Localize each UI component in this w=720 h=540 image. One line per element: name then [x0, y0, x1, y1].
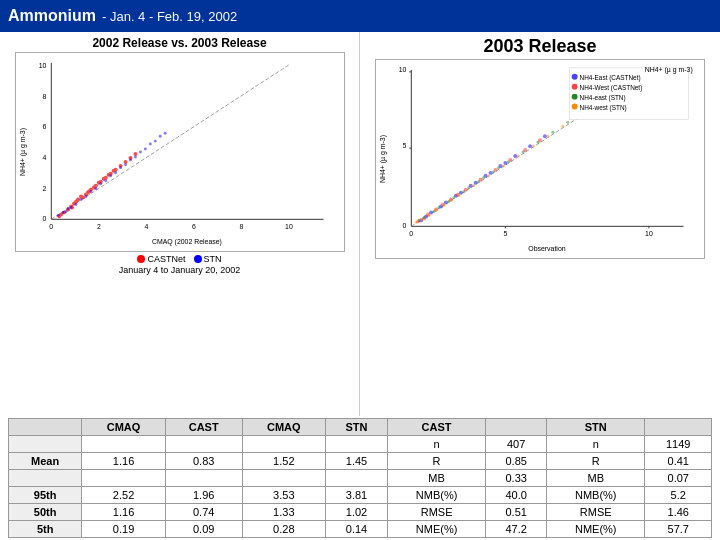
svg-point-122	[452, 196, 455, 199]
table-row-n: n 407 n 1149	[9, 436, 712, 453]
row-mb-cast1	[165, 470, 242, 487]
svg-point-139	[420, 218, 423, 221]
svg-point-127	[423, 216, 426, 219]
statistics-table: CMAQ CAST CMAQ STN CAST STN	[8, 418, 712, 538]
svg-point-120	[566, 121, 569, 124]
row-5th-stat-label2: NME(%)	[547, 521, 645, 538]
svg-point-59	[79, 198, 82, 201]
svg-text:Observation: Observation	[528, 245, 565, 252]
row-n-label	[9, 436, 82, 453]
svg-point-58	[69, 206, 72, 209]
row-95th-stat-label1: NMB(%)	[387, 487, 485, 504]
legend-stn-label: STN	[204, 254, 222, 264]
svg-text:0: 0	[49, 223, 53, 230]
svg-point-54	[143, 148, 146, 151]
row-5th-label: 5th	[9, 521, 82, 538]
svg-point-132	[487, 174, 490, 177]
svg-point-136	[546, 135, 549, 138]
svg-point-65	[138, 151, 141, 154]
row-mb-stat-label1: MB	[387, 470, 485, 487]
row-95th-cast1: 1.96	[165, 487, 242, 504]
svg-point-56	[163, 132, 166, 135]
row-mb-stat-val2: 0.07	[645, 470, 712, 487]
svg-text:10: 10	[645, 230, 653, 237]
legend-stn-dot	[194, 255, 202, 263]
svg-point-138	[415, 221, 418, 224]
svg-text:2: 2	[96, 223, 100, 230]
col-header-stn1: STN	[326, 419, 388, 436]
row-50th-cast1: 0.74	[165, 504, 242, 521]
row-mb-stat-val1: 0.33	[486, 470, 547, 487]
svg-point-117	[522, 151, 525, 154]
right-scatter-plot: 0 5 10 0 5 10 NH4+ (µ g m-3) Observation	[375, 59, 705, 259]
row-5th-stat-val1: 47.2	[486, 521, 547, 538]
svg-text:CMAQ (2002 Release): CMAQ (2002 Release)	[151, 238, 221, 246]
row-50th-stat-label1: RMSE	[387, 504, 485, 521]
svg-point-90	[543, 134, 547, 138]
svg-point-145	[572, 84, 578, 90]
row-n-stat-label1: n	[387, 436, 485, 453]
row-95th-cmaq1: 2.52	[82, 487, 166, 504]
svg-point-55	[153, 140, 156, 143]
row-95th-stn1: 3.81	[326, 487, 388, 504]
row-50th-stat-label2: RMSE	[547, 504, 645, 521]
page-title: Ammonium	[8, 7, 96, 25]
right-scatter-svg: 0 5 10 0 5 10 NH4+ (µ g m-3) Observation	[376, 60, 704, 258]
row-95th-label: 95th	[9, 487, 82, 504]
row-mean-cmaq1: 1.16	[82, 453, 166, 470]
svg-text:10: 10	[399, 66, 407, 73]
svg-point-48	[84, 195, 87, 198]
row-mean-stat-label2: R	[547, 453, 645, 470]
svg-point-60	[89, 190, 92, 193]
header-subtitle: - Jan. 4 - Feb. 19, 2002	[102, 9, 237, 24]
svg-point-64	[129, 158, 132, 161]
row-mean-cast1: 0.83	[165, 453, 242, 470]
col-header-stn2: STN	[547, 419, 645, 436]
row-5th-cmaq1: 0.19	[82, 521, 166, 538]
svg-point-113	[462, 190, 465, 193]
row-n-cmaq1	[82, 436, 166, 453]
svg-text:8: 8	[42, 93, 46, 100]
svg-text:10: 10	[285, 223, 293, 230]
svg-point-118	[537, 141, 540, 144]
legend-stn: STN	[194, 254, 222, 264]
col-header-empty	[9, 419, 82, 436]
svg-text:5: 5	[402, 142, 406, 149]
row-mean-cmaq2: 1.52	[242, 453, 326, 470]
svg-text:NH4-West (CASTNet): NH4-West (CASTNet)	[580, 84, 643, 92]
svg-point-124	[482, 176, 485, 179]
row-n-cmaq2	[242, 436, 326, 453]
row-5th-stat-label1: NME(%)	[387, 521, 485, 538]
svg-point-32	[133, 152, 137, 156]
row-5th-stat-val2: 57.7	[645, 521, 712, 538]
row-50th-label: 50th	[9, 504, 82, 521]
svg-point-133	[502, 164, 505, 167]
right-panel-title: 2003 Release	[483, 36, 596, 57]
svg-point-95	[489, 171, 493, 175]
col-header-cast2: CAST	[387, 419, 485, 436]
legend-castnet-dot	[137, 255, 145, 263]
top-content: 2002 Release vs. 2003 Release 0 2 4 6 8 …	[0, 32, 720, 416]
row-50th-stat-val1: 0.51	[486, 504, 547, 521]
row-95th-stat-val1: 40.0	[486, 487, 547, 504]
svg-point-63	[119, 166, 122, 169]
col-header-cmaq2: CMAQ	[242, 419, 326, 436]
svg-text:NH4-East (CASTNet): NH4-East (CASTNet)	[580, 74, 641, 82]
row-n-stn1	[326, 436, 388, 453]
svg-point-94	[474, 181, 478, 185]
table-row-50th: 50th 1.16 0.74 1.33 1.02 RMSE 0.51 RMSE …	[9, 504, 712, 521]
row-mean-stat-label1: R	[387, 453, 485, 470]
svg-point-52	[124, 163, 127, 166]
row-n-stat-val2: 1149	[645, 436, 712, 453]
row-mean-stat-val2: 0.41	[645, 453, 712, 470]
row-5th-stn1: 0.14	[326, 521, 388, 538]
svg-point-137	[561, 125, 564, 128]
svg-text:NH4+ (µ g m-3): NH4+ (µ g m-3)	[18, 128, 26, 176]
svg-point-114	[477, 180, 480, 183]
svg-point-61	[99, 182, 102, 185]
svg-point-47	[74, 203, 77, 206]
row-n-cast1	[165, 436, 242, 453]
svg-point-49	[94, 187, 97, 190]
svg-point-119	[551, 131, 554, 134]
left-panel: 2002 Release vs. 2003 Release 0 2 4 6 8 …	[0, 32, 360, 416]
